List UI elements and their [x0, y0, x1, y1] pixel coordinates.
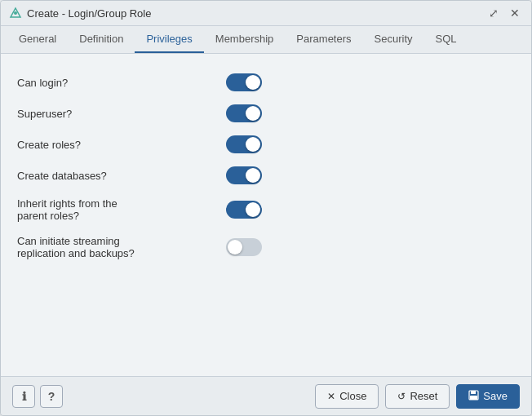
toggle-slider-superuser — [226, 104, 262, 122]
tab-parameters[interactable]: Parameters — [285, 26, 362, 53]
toggle-label-superuser: Superuser? — [17, 108, 148, 120]
tab-sql[interactable]: SQL — [424, 26, 468, 53]
tab-privileges[interactable]: Privileges — [135, 26, 203, 53]
close-icon: ✕ — [327, 391, 335, 402]
toggle-slider-can-login — [226, 73, 262, 91]
toggle-row-inherit-rights: Inherit rights from the parent roles? — [17, 191, 262, 228]
toggle-switch-superuser[interactable] — [226, 104, 262, 122]
toggle-row-create-roles: Create roles? — [17, 129, 262, 160]
toggle-label-can-login: Can login? — [17, 77, 148, 89]
reset-label: Reset — [410, 390, 437, 402]
save-button[interactable]: Save — [456, 384, 520, 409]
tab-membership[interactable]: Membership — [204, 26, 286, 53]
toggle-switch-create-databases[interactable] — [226, 166, 262, 184]
toggle-row-superuser: Superuser? — [17, 98, 262, 129]
help-icon: ? — [48, 390, 55, 403]
close-button[interactable]: ✕ Close — [315, 384, 379, 409]
toggle-slider-create-databases — [226, 166, 262, 184]
tab-definition[interactable]: Definition — [68, 26, 135, 53]
tab-bar: GeneralDefinitionPrivilegesMembershipPar… — [1, 26, 531, 54]
close-label: Close — [339, 390, 366, 402]
toggle-row-create-databases: Create databases? — [17, 160, 262, 191]
footer-left: ℹ ? — [12, 385, 63, 408]
footer: ℹ ? ✕ Close ↺ Reset — [1, 376, 531, 415]
footer-right: ✕ Close ↺ Reset Save — [315, 384, 520, 409]
toggle-label-streaming-replication: Can initiate streaming replication and b… — [17, 235, 148, 259]
titlebar-controls: ⤢ ✕ — [485, 6, 523, 20]
svg-rect-4 — [470, 396, 477, 400]
reset-button[interactable]: ↺ Reset — [385, 384, 450, 409]
save-label: Save — [483, 390, 508, 402]
close-window-button[interactable]: ✕ — [507, 6, 523, 20]
toggle-label-create-roles: Create roles? — [17, 139, 148, 151]
window-title: Create - Login/Group Role — [27, 7, 151, 20]
toggle-slider-inherit-rights — [226, 201, 262, 219]
toggle-slider-streaming-replication — [226, 238, 262, 256]
info-icon: ℹ — [22, 390, 26, 403]
toggle-row-streaming-replication: Can initiate streaming replication and b… — [17, 228, 262, 266]
expand-button[interactable]: ⤢ — [485, 6, 502, 20]
reset-icon: ↺ — [397, 391, 406, 402]
toggle-switch-create-roles[interactable] — [226, 135, 262, 153]
content-area: Can login?Superuser?Create roles?Create … — [1, 54, 531, 376]
svg-rect-3 — [471, 391, 476, 394]
svg-point-1 — [14, 11, 17, 15]
help-button[interactable]: ? — [40, 385, 63, 408]
toggle-switch-streaming-replication[interactable] — [226, 238, 262, 256]
main-window: Create - Login/Group Role ⤢ ✕ GeneralDef… — [0, 0, 532, 416]
toggle-label-create-databases: Create databases? — [17, 170, 148, 182]
toggle-switch-inherit-rights[interactable] — [226, 201, 262, 219]
tab-security[interactable]: Security — [363, 26, 424, 53]
toggle-label-inherit-rights: Inherit rights from the parent roles? — [17, 197, 148, 222]
info-button[interactable]: ℹ — [12, 385, 35, 408]
titlebar: Create - Login/Group Role ⤢ ✕ — [1, 1, 531, 26]
titlebar-left: Create - Login/Group Role — [9, 7, 151, 20]
toggle-row-can-login: Can login? — [17, 67, 262, 98]
tab-general[interactable]: General — [7, 26, 68, 53]
app-icon — [9, 7, 22, 20]
toggle-slider-create-roles — [226, 135, 262, 153]
toggle-switch-can-login[interactable] — [226, 73, 262, 91]
save-icon — [468, 390, 479, 403]
